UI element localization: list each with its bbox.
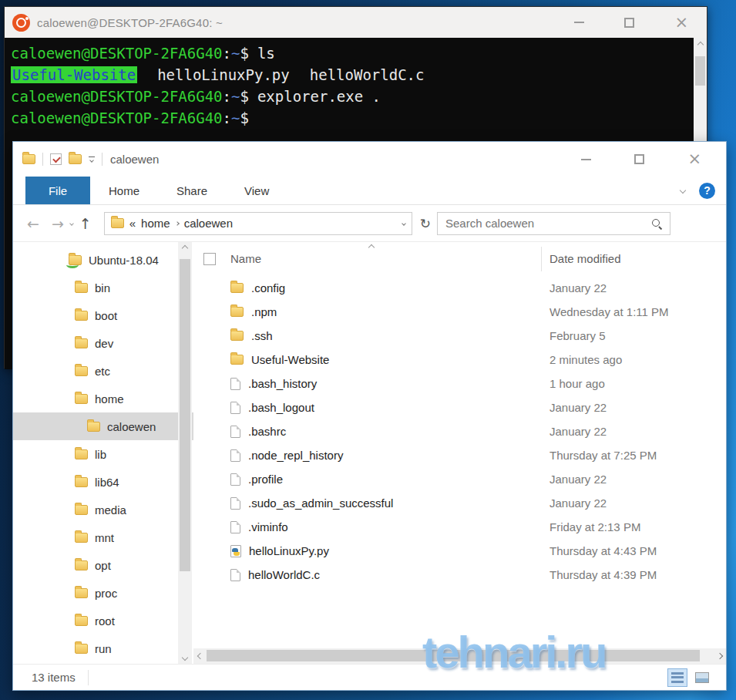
breadcrumb-home[interactable]: home [141, 217, 170, 230]
file-row[interactable]: .bash_logoutJanuary 22 [193, 395, 726, 419]
minimize-ribbon-icon[interactable] [680, 187, 686, 194]
address-prefix: « [129, 217, 136, 230]
explorer-titlebar[interactable]: caloewen × [13, 142, 726, 177]
scroll-up-icon[interactable] [697, 42, 703, 48]
file-row[interactable]: .viminfoFriday at 2:13 PM [193, 515, 726, 539]
file-row[interactable]: Useful-Website2 minutes ago [193, 348, 726, 372]
back-button[interactable]: ← [21, 215, 45, 232]
tree-item-mnt[interactable]: mnt [13, 523, 193, 551]
quick-access-properties-icon[interactable] [50, 153, 62, 165]
breadcrumb-caloewen[interactable]: caloewen [184, 217, 233, 230]
file-name: helloWorldC.c [248, 568, 320, 581]
file-list-pane: Name Date modified .configJanuary 22.npm… [193, 242, 726, 664]
explorer-app-icon [22, 154, 35, 164]
up-button[interactable]: ↑ [73, 215, 98, 232]
scroll-up-icon[interactable] [182, 245, 188, 251]
tab-share[interactable]: Share [158, 177, 226, 204]
folder-icon [75, 394, 88, 404]
select-all-checkbox[interactable] [203, 253, 216, 265]
forward-button[interactable]: → [45, 215, 70, 232]
horizontal-scroll-thumb[interactable] [207, 650, 700, 661]
details-view-button[interactable] [667, 668, 687, 687]
tree-scroll-thumb[interactable] [180, 259, 190, 571]
address-dropdown-icon[interactable] [402, 221, 406, 226]
explorer-close-button[interactable]: × [687, 154, 701, 164]
file-row[interactable]: helloWorldC.cThursday at 4:39 PM [193, 563, 726, 587]
file-row[interactable]: .sudo_as_admin_successfulJanuary 22 [193, 491, 726, 515]
terminal-scroll-thumb[interactable] [695, 56, 705, 86]
folder-icon [75, 560, 88, 570]
file-row[interactable]: .npmWednesday at 1:11 PM [193, 300, 726, 324]
file-name: Useful-Website [251, 353, 329, 366]
search-box[interactable] [437, 212, 670, 235]
folder-icon [230, 307, 244, 317]
explorer-maximize-button[interactable] [634, 154, 644, 164]
tree-item-opt[interactable]: opt [13, 551, 193, 579]
scroll-down-icon[interactable] [182, 655, 188, 661]
thumbnails-view-icon [695, 672, 709, 683]
file-row[interactable]: .bash_history1 hour ago [193, 372, 726, 395]
address-folder-icon [111, 218, 124, 228]
horizontal-scrollbar[interactable] [193, 648, 726, 664]
address-bar[interactable]: « home caloewen [104, 212, 412, 235]
file-name: .sudo_as_admin_successful [248, 496, 393, 510]
column-separator[interactable] [541, 247, 542, 271]
tree-item-boot[interactable]: boot [13, 301, 193, 329]
separator [102, 153, 103, 166]
search-icon[interactable] [651, 218, 662, 229]
file-row[interactable]: .bashrcJanuary 22 [193, 419, 726, 443]
terminal-minimize-button[interactable] [574, 22, 584, 23]
file-name: .bash_history [248, 377, 317, 390]
file-row[interactable]: .sshFebruary 5 [193, 324, 726, 348]
quick-access-new-folder-icon[interactable] [69, 154, 82, 164]
sort-ascending-icon [368, 244, 375, 251]
column-header-date-modified[interactable]: Date modified [549, 252, 621, 265]
folder-icon [75, 588, 88, 598]
scroll-left-icon[interactable] [193, 654, 207, 658]
folder-icon [75, 477, 88, 487]
tree-item-label: lib [95, 448, 106, 461]
file-row[interactable]: helloLinuxPy.pyThursday at 4:43 PM [193, 539, 726, 563]
folder-icon [75, 533, 88, 543]
refresh-button[interactable]: ↻ [420, 216, 431, 231]
column-header-name[interactable]: Name [230, 252, 261, 265]
scroll-right-icon[interactable] [713, 654, 726, 658]
file-date-modified: Thursday at 4:43 PM [541, 544, 657, 557]
tree-item-dev[interactable]: dev [13, 329, 193, 357]
terminal-maximize-button[interactable] [624, 18, 634, 28]
tree-item-run[interactable]: run [13, 634, 193, 662]
search-input[interactable] [445, 217, 651, 230]
file-row[interactable]: .node_repl_historyThursday at 7:25 PM [193, 443, 726, 467]
tree-item-media[interactable]: media [13, 496, 193, 523]
terminal-titlebar[interactable]: caloewen@DESKTOP-2FA6G40: ~ × [5, 7, 707, 38]
file-row[interactable]: .profileJanuary 22 [193, 467, 726, 491]
help-icon[interactable]: ? [699, 183, 715, 199]
terminal-close-button[interactable]: × [674, 18, 688, 28]
tree-item-label: caloewen [107, 420, 156, 433]
explorer-window[interactable]: caloewen × File Home Share View ? ← → ↑ [12, 141, 727, 691]
tree-item-lib64[interactable]: lib64 [13, 468, 193, 496]
tree-item-caloewen[interactable]: caloewen [13, 412, 193, 440]
tree-item-label: etc [95, 365, 110, 378]
explorer-minimize-button[interactable] [581, 159, 591, 160]
tab-home[interactable]: Home [90, 177, 158, 204]
file-row[interactable]: .configJanuary 22 [193, 276, 726, 300]
tree-item-proc[interactable]: proc [13, 579, 193, 607]
tree-item-etc[interactable]: etc [13, 357, 193, 385]
tree-item-label: opt [95, 559, 111, 572]
file-date-modified: February 5 [541, 329, 606, 342]
tree-item-home[interactable]: home [13, 385, 193, 412]
tree-scrollbar[interactable] [178, 242, 192, 664]
tree-item-bin[interactable]: bin [13, 274, 193, 301]
tab-view[interactable]: View [226, 177, 287, 204]
tab-file[interactable]: File [25, 177, 90, 204]
tree-item-ubuntu-18.04[interactable]: Ubuntu-18.04 [13, 246, 193, 274]
thumbnails-view-button[interactable] [692, 668, 712, 687]
tree-item-root[interactable]: root [13, 607, 193, 634]
file-icon [230, 497, 240, 510]
tree-item-lib[interactable]: lib [13, 440, 193, 468]
customize-quick-access-icon[interactable] [89, 156, 95, 163]
python-icon [230, 545, 241, 557]
folder-icon [75, 311, 88, 321]
file-name: .bashrc [248, 425, 286, 438]
